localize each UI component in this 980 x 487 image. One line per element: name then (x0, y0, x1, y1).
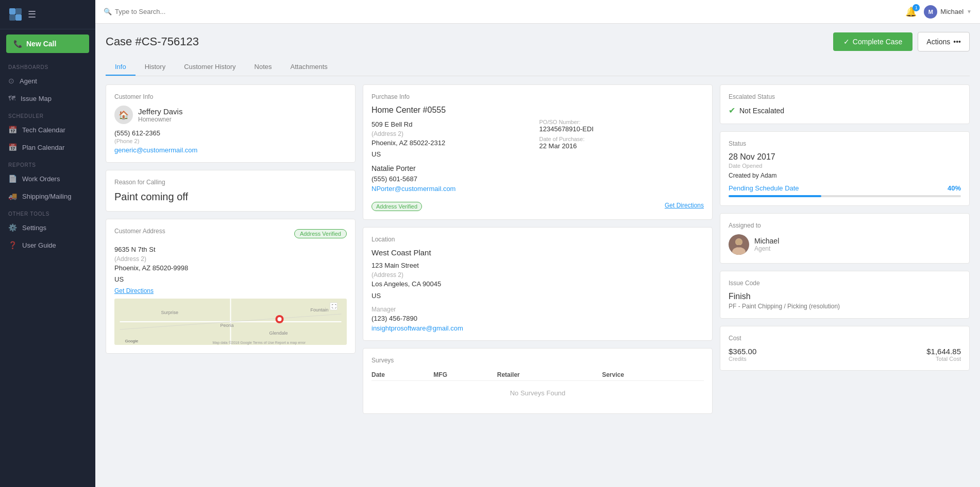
issue-code-value: Finish (729, 292, 961, 301)
sidebar-item-shipping[interactable]: 🚚 Shipping/Mailing (0, 187, 95, 205)
search-input[interactable] (115, 8, 269, 15)
customer-address-title: Customer Address (114, 228, 165, 235)
sidebar-item-label: Agent (20, 77, 37, 85)
main-wrapper: 🔍 🔔 1 M Michael ▼ Case #CS-756123 ✓ Comp… (95, 0, 980, 487)
svg-text:Map data ©2018 Google  Terms o: Map data ©2018 Google Terms of Use Repor… (213, 341, 306, 345)
left-column: Customer Info 🏠 Jeffery Davis Homeowner … (106, 84, 356, 421)
actions-button[interactable]: Actions ••• (918, 32, 970, 51)
tab-notes[interactable]: Notes (245, 59, 281, 76)
agent-name: Michael (754, 237, 779, 245)
svg-text:Glendale: Glendale (269, 331, 288, 336)
cost-card: Cost $365.00 Credits $1,644.85 Total Cos… (720, 326, 970, 371)
tab-bar: Info History Customer History Notes Atta… (106, 59, 970, 76)
sidebar-item-plan-calendar[interactable]: 📅 Plan Calendar (0, 138, 95, 156)
purchase-get-directions[interactable]: Get Directions (665, 202, 704, 209)
manager-phone: (123) 456-7890 (371, 313, 704, 324)
sidebar-item-label: Work Orders (22, 175, 60, 183)
svg-rect-2 (9, 14, 15, 21)
status-title: Status (729, 140, 961, 147)
sidebar-item-label: Shipping/Mailing (22, 193, 71, 200)
assigned-to-card: Assigned to Michael (720, 213, 970, 264)
created-by-label: Created by (729, 172, 759, 179)
pending-bar: Pending Schedule Date 40% (729, 184, 961, 197)
created-by-row: Created by Adam (729, 172, 961, 179)
purchase-info-card: Purchase Info Home Center #0555 509 E Be… (363, 84, 713, 220)
tab-attachments[interactable]: Attachments (281, 59, 337, 76)
status-date-opened: 28 Nov 2017 (729, 152, 961, 162)
search-bar: 🔍 (104, 8, 900, 15)
content-area: Case #CS-756123 ✓ Complete Case Actions … (95, 24, 980, 487)
contact-phone: (555) 601-5687 (371, 173, 704, 185)
total-cost-label: Total Cost (926, 356, 961, 362)
survey-col-mfg: MFG (433, 369, 497, 381)
address-verified-badge: Address Verified (294, 229, 347, 238)
customer-type: Homeowner (138, 116, 182, 123)
tab-customer-history[interactable]: Customer History (175, 59, 245, 76)
purchase-addr-country: US (371, 149, 536, 160)
sidebar-item-label: User Guide (22, 241, 56, 249)
complete-case-button[interactable]: ✓ Complete Case (833, 32, 913, 51)
customer-phone2-label: (Phone 2) (114, 138, 347, 144)
date-purchase-value: 22 Mar 2016 (539, 142, 704, 150)
tab-info[interactable]: Info (106, 59, 136, 76)
logo-row: ☰ (0, 0, 95, 29)
actions-label: Actions (926, 38, 950, 46)
purchase-addr-city: Phoenix, AZ 85022-2312 (371, 137, 536, 149)
get-directions-link[interactable]: Get Directions (114, 287, 154, 294)
sidebar-item-user-guide[interactable]: ❓ User Guide (0, 236, 95, 254)
progress-bar-fill (729, 195, 821, 197)
agent-info: Michael Agent (754, 237, 779, 252)
manager-email[interactable]: insightprosoftware@gmail.com (371, 324, 463, 332)
sidebar: ☰ 📞 New Call Dashboards ⊙ Agent 🗺 Issue … (0, 0, 95, 487)
notifications-bell[interactable]: 🔔 1 (905, 6, 917, 18)
purchase-address-verified: Address Verified (371, 202, 422, 211)
sidebar-item-work-orders[interactable]: 📄 Work Orders (0, 170, 95, 187)
address-header: Customer Address Address Verified (114, 228, 347, 240)
location-name: West Coast Plant (371, 248, 704, 257)
notification-badge: 1 (913, 4, 920, 11)
purchase-info-title: Purchase Info (371, 93, 704, 100)
survey-col-service: Service (602, 369, 704, 381)
map-image: Surprise Peoria Glendale Fountain Google… (114, 299, 347, 345)
escalated-status-title: Escalated Status (729, 93, 961, 100)
location-card: Location West Coast Plant 123 Main Stree… (363, 227, 713, 340)
customer-address-line3: Phoenix, AZ 85020-9998 (114, 263, 347, 274)
middle-column: Purchase Info Home Center #0555 509 E Be… (363, 84, 713, 421)
sidebar-item-label: Plan Calendar (22, 144, 64, 151)
svg-text:Surprise: Surprise (161, 310, 179, 315)
credits-block: $365.00 Credits (729, 347, 756, 362)
hamburger-icon[interactable]: ☰ (28, 9, 36, 20)
assigned-to-title: Assigned to (729, 222, 961, 229)
sidebar-item-tech-calendar[interactable]: 📅 Tech Calendar (0, 121, 95, 138)
sidebar-item-issue-map[interactable]: 🗺 Issue Map (0, 90, 95, 107)
pending-label: Pending Schedule Date (729, 184, 799, 192)
new-call-button[interactable]: 📞 New Call (6, 34, 89, 53)
svg-text:Google: Google (125, 339, 139, 343)
sidebar-item-agent[interactable]: ⊙ Agent (0, 72, 95, 90)
customer-address-country: US (114, 274, 347, 285)
page-title: Case #CS-756123 (106, 35, 833, 48)
customer-info-title: Customer Info (114, 93, 347, 100)
user-menu[interactable]: M Michael ▼ (924, 5, 972, 19)
reason-title: Reason for Calling (114, 179, 347, 186)
columns-layout: Customer Info 🏠 Jeffery Davis Homeowner … (106, 84, 970, 421)
checkmark-icon: ✓ (843, 38, 850, 46)
customer-name: Jeffery Davis (138, 107, 182, 116)
location-country: US (371, 290, 704, 302)
contact-email[interactable]: NPorter@customermail.com (371, 185, 455, 193)
survey-col-retailer: Retailer (497, 369, 602, 381)
truck-icon: 🚚 (8, 192, 17, 200)
location-title: Location (371, 236, 704, 243)
no-surveys-text: No Surveys Found (371, 380, 704, 405)
agent-avatar (729, 234, 749, 255)
sidebar-item-label: Tech Calendar (22, 126, 65, 134)
other-tools-section-label: Other Tools (0, 205, 95, 219)
date-purchase-label: Date of Purchase: (539, 136, 704, 142)
customer-phone1: (555) 612-2365 (114, 129, 347, 137)
purchase-info-grid: 509 E Bell Rd (Address 2) Phoenix, AZ 85… (371, 119, 704, 160)
tab-history[interactable]: History (136, 59, 175, 76)
search-icon: 🔍 (104, 8, 112, 15)
ellipsis-icon: ••• (953, 38, 961, 46)
sidebar-item-settings[interactable]: ⚙️ Settings (0, 219, 95, 236)
customer-email[interactable]: generic@customermail.com (114, 146, 197, 154)
